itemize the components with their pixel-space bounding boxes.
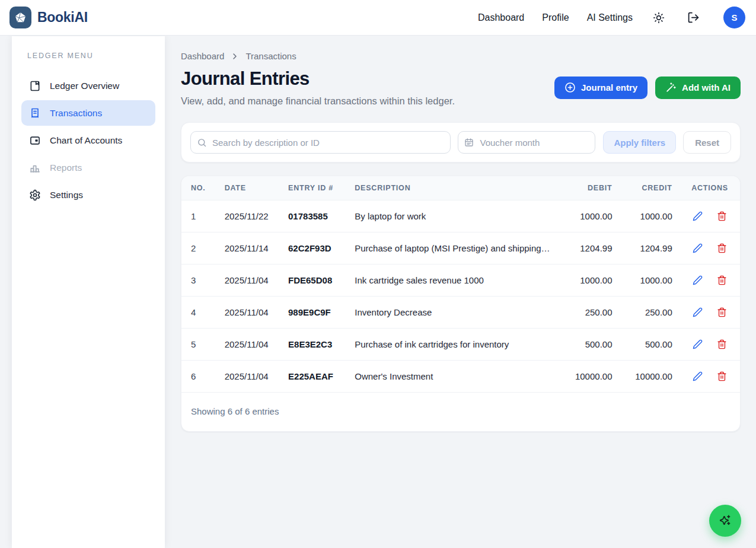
delete-entry-button[interactable] <box>716 306 728 318</box>
cell-description: By laptop for work <box>345 200 562 232</box>
cell-debit: 1204.99 <box>562 232 621 265</box>
cell-no: 4 <box>181 297 215 329</box>
cell-description: Purchase of ink cartridges for inventory <box>345 329 562 361</box>
sun-icon <box>653 12 665 24</box>
delete-entry-button[interactable] <box>716 242 728 254</box>
add-with-ai-button[interactable]: Add with AI <box>655 77 741 99</box>
journal-entries-table: NO. DATE ENTRY ID # DESCRIPTION DEBIT CR… <box>181 176 740 392</box>
edit-entry-button[interactable] <box>691 210 704 222</box>
user-avatar[interactable]: S <box>723 7 745 28</box>
cell-date: 2025/11/22 <box>215 200 279 232</box>
cell-credit: 250.00 <box>622 297 682 329</box>
cell-actions <box>682 361 740 393</box>
pencil-icon <box>693 211 703 221</box>
delete-entry-button[interactable] <box>716 370 728 383</box>
col-debit: DEBIT <box>562 176 621 200</box>
gear-icon <box>29 189 41 201</box>
sidebar-section-label: LEDGER MENU <box>27 52 155 60</box>
journal-entry-button[interactable]: Journal entry <box>554 77 647 99</box>
cell-no: 6 <box>181 361 215 393</box>
edit-entry-button[interactable] <box>691 338 704 351</box>
cell-no: 3 <box>181 265 215 297</box>
col-credit: CREDIT <box>622 176 682 200</box>
nav-profile[interactable]: Profile <box>542 12 569 23</box>
sidebar-item-transactions[interactable]: Transactions <box>21 100 155 126</box>
sidebar-item-label: Reports <box>50 163 82 173</box>
cell-actions <box>682 329 740 361</box>
cell-credit: 1204.99 <box>622 232 682 265</box>
sidebar-item-label: Settings <box>50 190 83 200</box>
delete-entry-button[interactable] <box>716 210 728 222</box>
delete-entry-button[interactable] <box>716 338 728 351</box>
cell-no: 5 <box>181 329 215 361</box>
table-row: 2 2025/11/14 62C2F93D Purchase of laptop… <box>181 232 740 265</box>
page-subtitle: View, add, and manage financial transact… <box>181 95 455 107</box>
wallet-icon <box>29 135 41 146</box>
trash-icon <box>717 371 727 381</box>
magic-wand-icon <box>665 82 677 93</box>
col-no: NO. <box>181 176 215 200</box>
sidebar-item-reports: Reports <box>21 155 155 180</box>
breadcrumb-transactions[interactable]: Transactions <box>245 51 296 61</box>
cell-description: Ink cartridge sales revenue 1000 <box>345 265 562 297</box>
table-row: 3 2025/11/04 FDE65D08 Ink cartridge sale… <box>181 265 740 297</box>
cell-date: 2025/11/14 <box>215 232 279 265</box>
edit-entry-button[interactable] <box>691 370 704 383</box>
cell-entry-id: E225AEAF <box>279 361 345 393</box>
breadcrumb-dashboard[interactable]: Dashboard <box>181 51 224 61</box>
edit-entry-button[interactable] <box>691 274 704 286</box>
trash-icon <box>717 243 727 253</box>
delete-entry-button[interactable] <box>716 274 728 286</box>
entries-count: Showing 6 of 6 entries <box>181 392 740 431</box>
voucher-month-input[interactable] <box>458 131 595 154</box>
search-input[interactable] <box>190 131 451 154</box>
col-date: DATE <box>215 176 279 200</box>
table-row: 4 2025/11/04 989E9C9F Inventory Decrease… <box>181 297 740 329</box>
cell-credit: 1000.00 <box>622 200 682 232</box>
cell-entry-id: 62C2F93D <box>279 232 345 265</box>
sidebar-item-label: Transactions <box>50 108 102 119</box>
col-entry-id: ENTRY ID # <box>279 176 345 200</box>
edit-entry-button[interactable] <box>691 242 704 254</box>
pencil-icon <box>693 339 703 349</box>
cell-entry-id: E8E3E2C3 <box>279 329 345 361</box>
table-row: 6 2025/11/04 E225AEAF Owner's Investment… <box>181 361 740 393</box>
sidebar-item-settings[interactable]: Settings <box>21 182 155 208</box>
bar-chart-icon <box>29 162 41 174</box>
sidebar-item-ledger-overview[interactable]: Ledger Overview <box>21 73 155 98</box>
cell-debit: 250.00 <box>562 297 621 329</box>
col-description: DESCRIPTION <box>345 176 562 200</box>
pencil-icon <box>693 243 703 253</box>
table-row: 1 2025/11/22 01783585 By laptop for work… <box>181 200 740 232</box>
cell-description: Inventory Decrease <box>345 297 562 329</box>
header-nav: Dashboard Profile AI Settings S <box>478 7 745 28</box>
plus-circle-icon <box>564 82 576 93</box>
ai-assistant-fab[interactable] <box>709 505 741 537</box>
theme-toggle-button[interactable] <box>650 9 667 26</box>
notebook-icon <box>29 80 41 92</box>
title-block: Journal Entries View, add, and manage fi… <box>181 68 455 107</box>
reset-button[interactable]: Reset <box>683 131 731 154</box>
cell-date: 2025/11/04 <box>215 297 279 329</box>
table-body: 1 2025/11/22 01783585 By laptop for work… <box>181 200 740 393</box>
nav-dashboard[interactable]: Dashboard <box>478 12 524 23</box>
page-actions: Journal entry Add with AI <box>554 77 741 99</box>
sidebar-item-label: Chart of Accounts <box>50 135 122 146</box>
trash-icon <box>717 339 727 349</box>
bookiai-logo-icon <box>9 7 31 28</box>
logout-button[interactable] <box>685 9 702 26</box>
brand-name: BookiAI <box>37 9 88 26</box>
journal-entries-table-card: NO. DATE ENTRY ID # DESCRIPTION DEBIT CR… <box>181 176 741 432</box>
journal-entry-label: Journal entry <box>581 82 637 93</box>
edit-entry-button[interactable] <box>691 306 704 318</box>
nav-ai-settings[interactable]: AI Settings <box>587 12 633 23</box>
apply-filters-button[interactable]: Apply filters <box>603 131 676 154</box>
cell-credit: 500.00 <box>622 329 682 361</box>
col-actions: ACTIONS <box>682 176 740 200</box>
cell-description: Purchase of laptop (MSI Prestige) and sh… <box>345 232 562 265</box>
pencil-icon <box>693 275 703 285</box>
main-content: Dashboard Transactions Journal Entries V… <box>165 36 756 432</box>
cell-credit: 1000.00 <box>622 265 682 297</box>
brand[interactable]: BookiAI <box>9 7 88 28</box>
sidebar-item-chart-of-accounts[interactable]: Chart of Accounts <box>21 128 155 153</box>
